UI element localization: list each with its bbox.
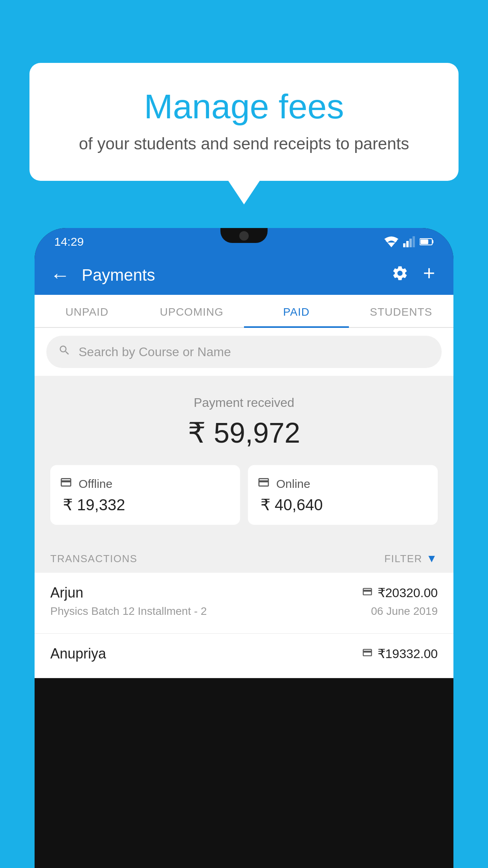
signal-icon: [403, 236, 415, 247]
transactions-label: TRANSACTIONS: [50, 553, 138, 565]
app-bar-actions: [391, 265, 438, 286]
tab-paid[interactable]: PAID: [244, 295, 349, 327]
offline-card-header: Offline: [60, 476, 231, 492]
notch-camera: [239, 231, 249, 241]
svg-marker-0: [387, 243, 395, 247]
svg-rect-3: [409, 239, 412, 247]
transaction-type-icon-1: [362, 586, 373, 600]
svg-rect-2: [406, 241, 409, 247]
transaction-detail-row-1: Physics Batch 12 Installment - 2 06 June…: [50, 605, 438, 618]
transaction-item[interactable]: Arjun ₹20320.00 Physics Batch 12 Install…: [35, 573, 453, 634]
transaction-type-icon-2: [362, 647, 373, 661]
tab-students[interactable]: STUDENTS: [349, 295, 454, 327]
speech-bubble-tail: [228, 181, 260, 204]
add-icon[interactable]: [420, 265, 438, 286]
online-icon: [257, 476, 270, 492]
transaction-item-2[interactable]: Anupriya ₹19332.00: [35, 634, 453, 678]
search-placeholder: Search by Course or Name: [79, 345, 231, 359]
online-card-header: Online: [257, 476, 428, 492]
online-type-label: Online: [276, 477, 310, 491]
transactions-header: TRANSACTIONS FILTER ▼: [35, 541, 453, 573]
search-bar[interactable]: Search by Course or Name: [46, 336, 442, 368]
transaction-name-2: Anupriya: [50, 645, 106, 662]
transaction-row-1: Arjun ₹20320.00: [50, 585, 438, 601]
status-icons: [384, 236, 434, 247]
payment-amount: ₹ 59,972: [50, 416, 438, 449]
battery-icon: [420, 238, 434, 246]
offline-payment-card: Offline ₹ 19,332: [50, 465, 240, 525]
online-amount: ₹ 40,640: [257, 496, 428, 514]
tab-unpaid[interactable]: UNPAID: [35, 295, 139, 327]
speech-bubble-title: Manage fees: [61, 86, 427, 127]
transaction-amount-row-1: ₹20320.00: [362, 585, 438, 600]
offline-type-label: Offline: [79, 477, 112, 491]
speech-bubble: Manage fees of your students and send re…: [29, 63, 459, 181]
offline-amount: ₹ 19,332: [60, 496, 231, 514]
payment-label: Payment received: [50, 395, 438, 410]
notch: [220, 228, 268, 243]
transaction-amount-row-2: ₹19332.00: [362, 646, 438, 661]
filter-button[interactable]: FILTER ▼: [384, 552, 438, 565]
online-payment-card: Online ₹ 40,640: [248, 465, 438, 525]
svg-rect-7: [420, 239, 428, 244]
transaction-amount-1: ₹20320.00: [378, 585, 438, 600]
svg-rect-1: [403, 243, 405, 247]
tabs: UNPAID UPCOMING PAID STUDENTS: [35, 295, 453, 328]
payment-cards: Offline ₹ 19,332 Online ₹ 40,640: [50, 465, 438, 525]
filter-icon: ▼: [426, 552, 438, 565]
speech-bubble-container: Manage fees of your students and send re…: [29, 63, 459, 204]
status-time: 14:29: [54, 235, 84, 248]
transaction-date-1: 06 June 2019: [371, 605, 438, 618]
filter-label: FILTER: [384, 553, 422, 565]
transaction-name-1: Arjun: [50, 585, 83, 601]
status-bar: 14:29: [35, 228, 453, 256]
wifi-icon: [384, 236, 398, 247]
search-bar-container: Search by Course or Name: [35, 328, 453, 376]
speech-bubble-subtitle: of your students and send receipts to pa…: [61, 134, 427, 153]
settings-icon[interactable]: [391, 265, 409, 286]
transaction-amount-2: ₹19332.00: [378, 646, 438, 661]
search-icon: [58, 344, 71, 360]
svg-rect-4: [413, 236, 415, 247]
transaction-course-1: Physics Batch 12 Installment - 2: [50, 605, 207, 618]
app-bar-title: Payments: [82, 266, 391, 285]
payment-summary: Payment received ₹ 59,972 Offline ₹ 19,3…: [35, 376, 453, 541]
phone-frame: 14:29 ← Payments: [35, 228, 453, 868]
transaction-row-2: Anupriya ₹19332.00: [50, 645, 438, 662]
offline-icon: [60, 476, 72, 492]
svg-rect-6: [432, 240, 433, 243]
back-button[interactable]: ←: [50, 264, 70, 287]
screen-content: Search by Course or Name Payment receive…: [35, 328, 453, 678]
tab-upcoming[interactable]: UPCOMING: [139, 295, 244, 327]
app-bar: ← Payments: [35, 256, 453, 295]
